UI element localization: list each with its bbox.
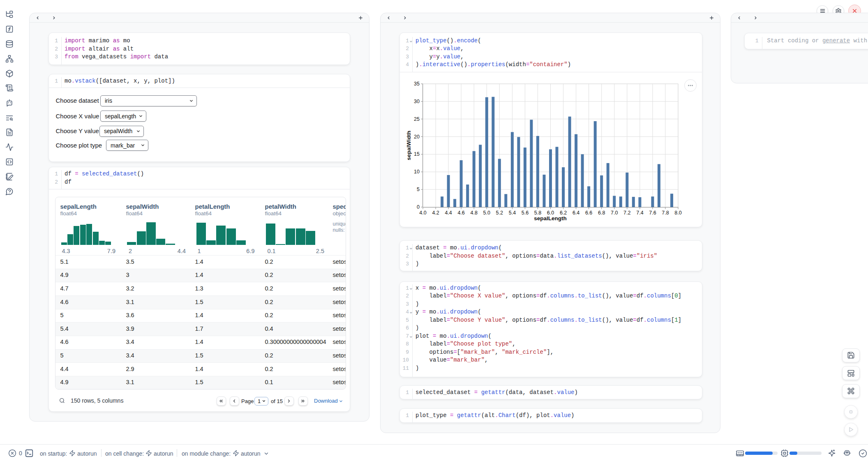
svg-text:7.4: 7.4 [636,210,643,216]
svg-text:sepalLength: sepalLength [534,215,567,221]
svg-text:4.2: 4.2 [432,210,439,216]
svg-text:6.2: 6.2 [560,210,567,216]
svg-text:5.4: 5.4 [509,210,516,216]
svg-text:4.0: 4.0 [419,210,426,216]
svg-text:5.8: 5.8 [534,210,541,216]
svg-text:20: 20 [414,134,420,140]
svg-text:5.0: 5.0 [483,210,490,216]
svg-text:6.8: 6.8 [598,210,605,216]
svg-text:5.6: 5.6 [522,210,529,216]
svg-text:6.6: 6.6 [585,210,592,216]
svg-text:15: 15 [414,151,420,157]
svg-text:7.6: 7.6 [649,210,656,216]
svg-text:30: 30 [414,99,420,104]
svg-text:sepalWidth: sepalWidth [406,131,412,160]
svg-text:10: 10 [414,169,420,175]
svg-text:8.0: 8.0 [674,210,681,216]
svg-text:6.4: 6.4 [573,210,579,216]
svg-text:35: 35 [414,81,420,87]
svg-text:7.2: 7.2 [623,210,630,216]
svg-text:4.8: 4.8 [471,210,478,216]
svg-text:7.0: 7.0 [611,210,618,216]
svg-text:0: 0 [417,204,420,210]
svg-text:4.4: 4.4 [445,210,452,216]
svg-text:6.0: 6.0 [547,210,554,216]
svg-text:7.8: 7.8 [662,210,669,216]
svg-text:25: 25 [414,116,420,122]
svg-text:5.2: 5.2 [496,210,503,216]
svg-text:4.6: 4.6 [457,210,464,216]
svg-text:5: 5 [417,187,420,192]
